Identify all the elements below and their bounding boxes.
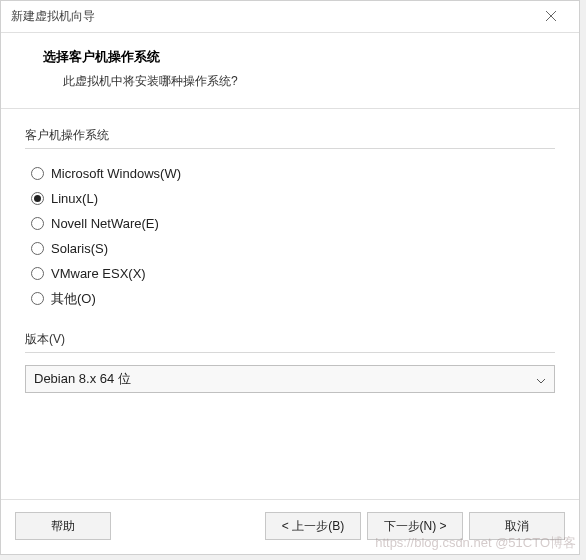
close-icon bbox=[546, 9, 556, 24]
radio-icon bbox=[31, 267, 44, 280]
chevron-down-icon bbox=[536, 372, 546, 387]
close-button[interactable] bbox=[531, 3, 571, 31]
os-group-label: 客户机操作系统 bbox=[25, 127, 555, 144]
cancel-button[interactable]: 取消 bbox=[469, 512, 565, 540]
radio-label: Novell NetWare(E) bbox=[51, 216, 159, 231]
radio-label: VMware ESX(X) bbox=[51, 266, 146, 281]
dropdown-selected: Debian 8.x 64 位 bbox=[34, 370, 131, 388]
radio-icon bbox=[31, 292, 44, 305]
help-button[interactable]: 帮助 bbox=[15, 512, 111, 540]
radio-vmware-esx[interactable]: VMware ESX(X) bbox=[31, 261, 555, 286]
back-button[interactable]: < 上一步(B) bbox=[265, 512, 361, 540]
page-subtitle: 此虚拟机中将安装哪种操作系统? bbox=[43, 73, 551, 90]
radio-icon bbox=[31, 242, 44, 255]
radio-novell[interactable]: Novell NetWare(E) bbox=[31, 211, 555, 236]
version-label: 版本(V) bbox=[25, 331, 555, 348]
version-dropdown[interactable]: Debian 8.x 64 位 bbox=[25, 365, 555, 393]
radio-solaris[interactable]: Solaris(S) bbox=[31, 236, 555, 261]
version-group: 版本(V) Debian 8.x 64 位 bbox=[25, 331, 555, 393]
os-group: 客户机操作系统 Microsoft Windows(W) Linux(L) No… bbox=[25, 127, 555, 311]
radio-icon bbox=[31, 167, 44, 180]
radio-icon bbox=[31, 192, 44, 205]
wizard-footer: 帮助 < 上一步(B) 下一步(N) > 取消 bbox=[1, 499, 579, 554]
radio-label: Microsoft Windows(W) bbox=[51, 166, 181, 181]
radio-label: 其他(O) bbox=[51, 290, 96, 308]
wizard-header: 选择客户机操作系统 此虚拟机中将安装哪种操作系统? bbox=[1, 33, 579, 109]
radio-label: Linux(L) bbox=[51, 191, 98, 206]
radio-windows[interactable]: Microsoft Windows(W) bbox=[31, 161, 555, 186]
radio-icon bbox=[31, 217, 44, 230]
new-vm-wizard-dialog: 新建虚拟机向导 选择客户机操作系统 此虚拟机中将安装哪种操作系统? 客户机操作系… bbox=[0, 0, 580, 555]
divider bbox=[25, 148, 555, 149]
divider bbox=[25, 352, 555, 353]
wizard-content: 客户机操作系统 Microsoft Windows(W) Linux(L) No… bbox=[1, 109, 579, 499]
os-radio-list: Microsoft Windows(W) Linux(L) Novell Net… bbox=[25, 161, 555, 311]
titlebar: 新建虚拟机向导 bbox=[1, 1, 579, 33]
next-button[interactable]: 下一步(N) > bbox=[367, 512, 463, 540]
window-title: 新建虚拟机向导 bbox=[11, 8, 95, 25]
radio-linux[interactable]: Linux(L) bbox=[31, 186, 555, 211]
radio-label: Solaris(S) bbox=[51, 241, 108, 256]
radio-other[interactable]: 其他(O) bbox=[31, 286, 555, 311]
page-title: 选择客户机操作系统 bbox=[43, 48, 551, 66]
